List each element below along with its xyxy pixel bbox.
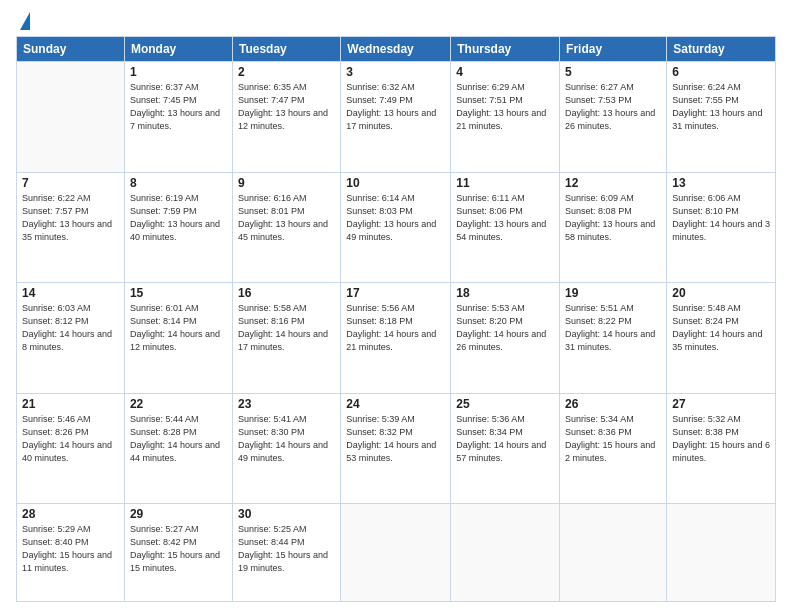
calendar-cell	[17, 62, 125, 173]
calendar-cell: 13Sunrise: 6:06 AMSunset: 8:10 PMDayligh…	[667, 172, 776, 283]
day-info: Sunrise: 6:24 AMSunset: 7:55 PMDaylight:…	[672, 81, 770, 133]
calendar-cell: 9Sunrise: 6:16 AMSunset: 8:01 PMDaylight…	[232, 172, 340, 283]
calendar-week-2: 7Sunrise: 6:22 AMSunset: 7:57 PMDaylight…	[17, 172, 776, 283]
logo-triangle-icon	[20, 12, 30, 30]
calendar-cell: 12Sunrise: 6:09 AMSunset: 8:08 PMDayligh…	[560, 172, 667, 283]
day-number: 16	[238, 286, 335, 300]
day-info: Sunrise: 6:03 AMSunset: 8:12 PMDaylight:…	[22, 302, 119, 354]
calendar-cell: 11Sunrise: 6:11 AMSunset: 8:06 PMDayligh…	[451, 172, 560, 283]
day-number: 10	[346, 176, 445, 190]
day-number: 27	[672, 397, 770, 411]
calendar-table: SundayMondayTuesdayWednesdayThursdayFrid…	[16, 36, 776, 602]
calendar-cell: 19Sunrise: 5:51 AMSunset: 8:22 PMDayligh…	[560, 283, 667, 394]
day-info: Sunrise: 6:11 AMSunset: 8:06 PMDaylight:…	[456, 192, 554, 244]
day-number: 28	[22, 507, 119, 521]
day-number: 19	[565, 286, 661, 300]
day-number: 21	[22, 397, 119, 411]
day-info: Sunrise: 5:41 AMSunset: 8:30 PMDaylight:…	[238, 413, 335, 465]
day-number: 26	[565, 397, 661, 411]
calendar-cell: 14Sunrise: 6:03 AMSunset: 8:12 PMDayligh…	[17, 283, 125, 394]
calendar-week-5: 28Sunrise: 5:29 AMSunset: 8:40 PMDayligh…	[17, 504, 776, 602]
calendar-cell	[667, 504, 776, 602]
day-info: Sunrise: 6:09 AMSunset: 8:08 PMDaylight:…	[565, 192, 661, 244]
calendar-header-sunday: Sunday	[17, 37, 125, 62]
day-number: 1	[130, 65, 227, 79]
header	[16, 10, 776, 30]
day-info: Sunrise: 6:37 AMSunset: 7:45 PMDaylight:…	[130, 81, 227, 133]
day-info: Sunrise: 5:39 AMSunset: 8:32 PMDaylight:…	[346, 413, 445, 465]
day-info: Sunrise: 6:14 AMSunset: 8:03 PMDaylight:…	[346, 192, 445, 244]
calendar-header-monday: Monday	[124, 37, 232, 62]
day-number: 22	[130, 397, 227, 411]
day-number: 23	[238, 397, 335, 411]
calendar-cell: 23Sunrise: 5:41 AMSunset: 8:30 PMDayligh…	[232, 393, 340, 504]
calendar-header-saturday: Saturday	[667, 37, 776, 62]
calendar-cell: 16Sunrise: 5:58 AMSunset: 8:16 PMDayligh…	[232, 283, 340, 394]
day-info: Sunrise: 5:34 AMSunset: 8:36 PMDaylight:…	[565, 413, 661, 465]
day-info: Sunrise: 6:27 AMSunset: 7:53 PMDaylight:…	[565, 81, 661, 133]
calendar-cell: 18Sunrise: 5:53 AMSunset: 8:20 PMDayligh…	[451, 283, 560, 394]
page: SundayMondayTuesdayWednesdayThursdayFrid…	[0, 0, 792, 612]
logo	[16, 10, 30, 30]
calendar-cell: 28Sunrise: 5:29 AMSunset: 8:40 PMDayligh…	[17, 504, 125, 602]
day-info: Sunrise: 5:56 AMSunset: 8:18 PMDaylight:…	[346, 302, 445, 354]
calendar-cell: 4Sunrise: 6:29 AMSunset: 7:51 PMDaylight…	[451, 62, 560, 173]
day-number: 4	[456, 65, 554, 79]
calendar-cell: 25Sunrise: 5:36 AMSunset: 8:34 PMDayligh…	[451, 393, 560, 504]
day-info: Sunrise: 6:32 AMSunset: 7:49 PMDaylight:…	[346, 81, 445, 133]
day-number: 25	[456, 397, 554, 411]
day-number: 18	[456, 286, 554, 300]
calendar-cell: 24Sunrise: 5:39 AMSunset: 8:32 PMDayligh…	[341, 393, 451, 504]
day-number: 14	[22, 286, 119, 300]
calendar-cell: 7Sunrise: 6:22 AMSunset: 7:57 PMDaylight…	[17, 172, 125, 283]
calendar-cell: 27Sunrise: 5:32 AMSunset: 8:38 PMDayligh…	[667, 393, 776, 504]
calendar-header-thursday: Thursday	[451, 37, 560, 62]
calendar-week-3: 14Sunrise: 6:03 AMSunset: 8:12 PMDayligh…	[17, 283, 776, 394]
calendar-cell	[341, 504, 451, 602]
calendar-cell: 2Sunrise: 6:35 AMSunset: 7:47 PMDaylight…	[232, 62, 340, 173]
calendar-cell: 20Sunrise: 5:48 AMSunset: 8:24 PMDayligh…	[667, 283, 776, 394]
day-info: Sunrise: 5:53 AMSunset: 8:20 PMDaylight:…	[456, 302, 554, 354]
calendar-cell: 15Sunrise: 6:01 AMSunset: 8:14 PMDayligh…	[124, 283, 232, 394]
calendar-cell: 3Sunrise: 6:32 AMSunset: 7:49 PMDaylight…	[341, 62, 451, 173]
day-info: Sunrise: 5:32 AMSunset: 8:38 PMDaylight:…	[672, 413, 770, 465]
day-info: Sunrise: 5:46 AMSunset: 8:26 PMDaylight:…	[22, 413, 119, 465]
day-number: 5	[565, 65, 661, 79]
calendar-cell: 30Sunrise: 5:25 AMSunset: 8:44 PMDayligh…	[232, 504, 340, 602]
calendar-week-1: 1Sunrise: 6:37 AMSunset: 7:45 PMDaylight…	[17, 62, 776, 173]
day-number: 30	[238, 507, 335, 521]
day-info: Sunrise: 6:16 AMSunset: 8:01 PMDaylight:…	[238, 192, 335, 244]
day-info: Sunrise: 5:48 AMSunset: 8:24 PMDaylight:…	[672, 302, 770, 354]
day-number: 13	[672, 176, 770, 190]
day-info: Sunrise: 5:36 AMSunset: 8:34 PMDaylight:…	[456, 413, 554, 465]
day-number: 15	[130, 286, 227, 300]
calendar-cell: 21Sunrise: 5:46 AMSunset: 8:26 PMDayligh…	[17, 393, 125, 504]
day-number: 12	[565, 176, 661, 190]
day-info: Sunrise: 5:51 AMSunset: 8:22 PMDaylight:…	[565, 302, 661, 354]
day-number: 8	[130, 176, 227, 190]
day-number: 6	[672, 65, 770, 79]
day-info: Sunrise: 6:35 AMSunset: 7:47 PMDaylight:…	[238, 81, 335, 133]
calendar-cell: 26Sunrise: 5:34 AMSunset: 8:36 PMDayligh…	[560, 393, 667, 504]
day-number: 29	[130, 507, 227, 521]
day-number: 20	[672, 286, 770, 300]
day-info: Sunrise: 6:06 AMSunset: 8:10 PMDaylight:…	[672, 192, 770, 244]
calendar-header-friday: Friday	[560, 37, 667, 62]
calendar-cell: 10Sunrise: 6:14 AMSunset: 8:03 PMDayligh…	[341, 172, 451, 283]
calendar-cell	[451, 504, 560, 602]
calendar-cell: 6Sunrise: 6:24 AMSunset: 7:55 PMDaylight…	[667, 62, 776, 173]
day-info: Sunrise: 6:29 AMSunset: 7:51 PMDaylight:…	[456, 81, 554, 133]
day-number: 11	[456, 176, 554, 190]
calendar-header-row: SundayMondayTuesdayWednesdayThursdayFrid…	[17, 37, 776, 62]
day-info: Sunrise: 5:44 AMSunset: 8:28 PMDaylight:…	[130, 413, 227, 465]
day-number: 2	[238, 65, 335, 79]
calendar-cell: 22Sunrise: 5:44 AMSunset: 8:28 PMDayligh…	[124, 393, 232, 504]
calendar-cell: 5Sunrise: 6:27 AMSunset: 7:53 PMDaylight…	[560, 62, 667, 173]
day-info: Sunrise: 6:22 AMSunset: 7:57 PMDaylight:…	[22, 192, 119, 244]
day-info: Sunrise: 5:29 AMSunset: 8:40 PMDaylight:…	[22, 523, 119, 575]
day-info: Sunrise: 5:25 AMSunset: 8:44 PMDaylight:…	[238, 523, 335, 575]
calendar-cell: 1Sunrise: 6:37 AMSunset: 7:45 PMDaylight…	[124, 62, 232, 173]
day-number: 3	[346, 65, 445, 79]
day-info: Sunrise: 6:19 AMSunset: 7:59 PMDaylight:…	[130, 192, 227, 244]
day-number: 9	[238, 176, 335, 190]
